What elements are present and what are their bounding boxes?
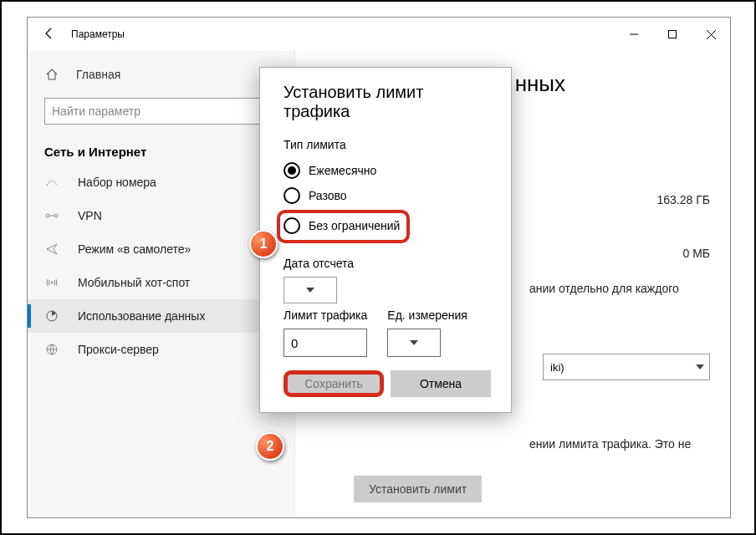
set-limit-button[interactable]: Установить лимит xyxy=(354,476,482,502)
traffic-limit-input[interactable] xyxy=(284,329,367,357)
radio-icon xyxy=(284,162,300,179)
chevron-down-icon xyxy=(306,288,314,293)
dialog-title: Установить лимит трафика xyxy=(284,83,488,121)
countdown-label: Дата отсчета xyxy=(284,257,488,270)
annotation-marker-1: 1 xyxy=(249,230,278,258)
limit-type-label: Тип лимита xyxy=(284,138,488,151)
radio-label: Ежемесячно xyxy=(309,164,376,177)
svg-point-4 xyxy=(46,214,49,217)
chevron-down-icon xyxy=(696,364,704,369)
radio-label: Разово xyxy=(309,189,347,202)
svg-point-5 xyxy=(54,214,58,217)
radio-monthly[interactable]: Ежемесячно xyxy=(284,158,488,183)
sidebar-item-proxy[interactable]: Прокси-сервер xyxy=(28,333,294,366)
svg-point-7 xyxy=(51,282,54,284)
highlight-unlimited: Без ограничений xyxy=(277,210,410,243)
usage-icon xyxy=(44,309,59,323)
dialup-icon xyxy=(44,177,59,187)
search-input[interactable]: Найти параметр xyxy=(44,98,278,125)
countdown-select[interactable] xyxy=(284,277,337,303)
annotation-marker-2: 2 xyxy=(256,432,284,461)
sidebar-home-label: Главная xyxy=(76,68,120,81)
set-limit-dialog: Установить лимит трафика Тип лимита Ежем… xyxy=(259,67,512,413)
hotspot-icon xyxy=(44,277,59,288)
sidebar-item-label: VPN xyxy=(78,209,102,222)
dropdown-value: iki) xyxy=(550,361,564,374)
radio-once[interactable]: Разово xyxy=(284,183,488,208)
airplane-icon xyxy=(44,242,59,256)
network-dropdown[interactable]: iki) xyxy=(543,354,710,380)
sidebar: Главная Найти параметр Сеть и Интернет Н… xyxy=(28,51,295,517)
data-value-2: 0 МБ xyxy=(682,247,710,260)
sidebar-section-title: Сеть и Интернет xyxy=(28,136,294,166)
sidebar-item-label: Прокси-сервер xyxy=(78,343,159,356)
traffic-limit-label: Лимит трафика xyxy=(284,308,367,322)
back-icon[interactable] xyxy=(43,27,56,43)
desc2-fragment: ении лимита трафика. Это не xyxy=(529,437,691,451)
minimize-button[interactable] xyxy=(615,18,653,51)
sidebar-item-dialup[interactable]: Набор номера xyxy=(28,166,294,199)
radio-label: Без ограничений xyxy=(309,219,400,232)
cancel-button[interactable]: Отмена xyxy=(391,370,491,397)
search-placeholder: Найти параметр xyxy=(52,104,140,118)
proxy-icon xyxy=(44,343,59,356)
save-button[interactable]: Сохранить xyxy=(284,370,384,397)
titlebar: Параметры xyxy=(28,18,730,51)
unit-select[interactable] xyxy=(387,329,441,357)
sidebar-item-label: Режим «в самолете» xyxy=(78,242,191,256)
desc-fragment: ании отдельно для каждого xyxy=(529,282,679,295)
sidebar-item-usage[interactable]: Использование данных xyxy=(28,299,294,333)
sidebar-item-label: Набор номера xyxy=(78,176,156,189)
radio-icon xyxy=(284,217,300,234)
close-button[interactable] xyxy=(692,18,730,51)
sidebar-item-vpn[interactable]: VPN xyxy=(28,199,294,232)
window-title: Параметры xyxy=(71,28,125,40)
sidebar-item-hotspot[interactable]: Мобильный хот-спот xyxy=(28,266,294,299)
sidebar-home[interactable]: Главная xyxy=(28,58,294,91)
data-value-1: 163.28 ГБ xyxy=(657,193,710,206)
radio-icon xyxy=(284,187,300,204)
sidebar-item-label: Использование данных xyxy=(78,309,205,323)
svg-rect-1 xyxy=(669,31,677,38)
unit-label: Ед. измерения xyxy=(387,308,467,322)
maximize-button[interactable] xyxy=(653,18,692,51)
home-icon xyxy=(44,68,59,81)
sidebar-item-label: Мобильный хот-спот xyxy=(78,276,190,289)
chevron-down-icon xyxy=(410,340,418,345)
vpn-icon xyxy=(44,211,59,221)
radio-unlimited[interactable]: Без ограничений xyxy=(284,215,400,237)
